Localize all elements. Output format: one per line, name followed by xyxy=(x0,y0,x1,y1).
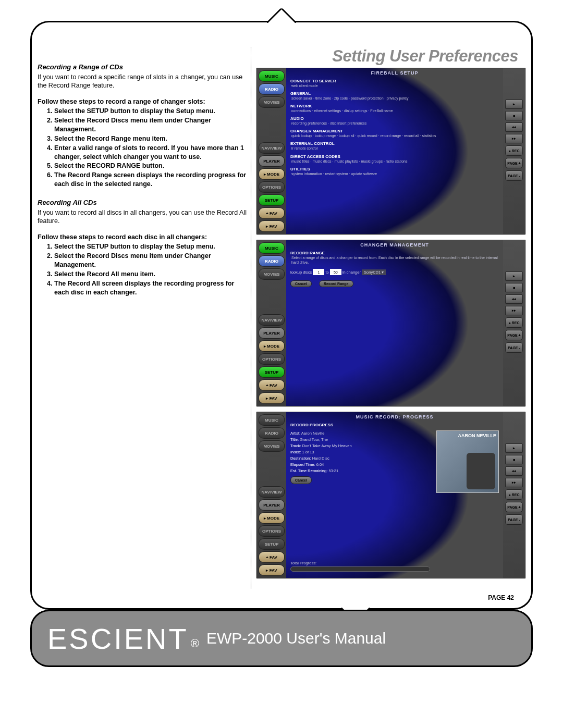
player-button[interactable]: PLAYER xyxy=(259,499,285,511)
forward-icon[interactable]: ▸▸ xyxy=(505,306,523,315)
setup-section[interactable]: GENERAL xyxy=(290,91,499,96)
setup-section-items: music titles · music discs · music playl… xyxy=(290,159,499,164)
page-up-button[interactable]: PAGE + xyxy=(505,502,523,512)
navview-button[interactable]: NAV/VIEW xyxy=(259,314,285,326)
record-range-heading: RECORD RANGE xyxy=(290,251,499,255)
progress-info: Artist: Aaron Neville Title: Grand Tour,… xyxy=(290,430,431,493)
step-item: 1.Select the SETUP button to display the… xyxy=(47,242,247,251)
play-icon[interactable]: ▸ xyxy=(505,272,523,281)
stop-icon[interactable]: ■ xyxy=(505,111,523,120)
record-range-button[interactable]: Record Range xyxy=(319,280,353,287)
fav-button[interactable]: ▸ FAV xyxy=(259,392,285,404)
page-up-button[interactable]: PAGE + xyxy=(505,158,523,168)
player-button[interactable]: PLAYER xyxy=(259,327,285,339)
setup-section-items: quick lookup · lookup range · lookup all… xyxy=(290,133,499,138)
page-up-button[interactable]: PAGE + xyxy=(505,330,523,340)
changer-select[interactable]: SonyCD1 ▾ xyxy=(362,269,386,275)
rec-button[interactable]: ● REC xyxy=(505,317,523,328)
rec-button[interactable]: ● REC xyxy=(505,489,523,500)
mode-button[interactable]: ▸ MODE xyxy=(259,512,285,524)
cancel-button[interactable]: Cancel xyxy=(290,476,312,484)
ss-right-controls: ▸ ■ ◂◂ ▸▸ ● REC PAGE + PAGE - xyxy=(503,68,525,234)
player-button[interactable]: PLAYER xyxy=(259,155,285,167)
setup-section-items: ir remote control xyxy=(290,146,499,151)
step-item: 1.Select the SETUP button to display the… xyxy=(47,107,247,116)
page-frame: Setting User Preferences Recording a Ran… xyxy=(30,21,533,610)
step-item: 2.Select the Record Discs menu item unde… xyxy=(47,252,247,269)
page-down-button[interactable]: PAGE - xyxy=(505,514,523,525)
progress-bar xyxy=(290,566,430,572)
section2-intro: If you want to record all discs in all c… xyxy=(38,208,247,226)
forward-icon[interactable]: ▸▸ xyxy=(505,134,523,143)
from-input[interactable] xyxy=(313,269,324,275)
radio-button[interactable]: RADIO xyxy=(259,83,285,95)
options-button[interactable]: OPTIONS xyxy=(259,353,285,365)
screenshot-record-range: MUSIC RADIO MOVIES NAV/VIEW PLAYER ▸ MOD… xyxy=(256,240,525,406)
album-cover: AARON NEVILLE xyxy=(436,430,499,493)
setup-section-items: web client mode xyxy=(290,83,499,88)
movies-button[interactable]: MOVIES xyxy=(259,268,285,280)
options-button[interactable]: OPTIONS xyxy=(259,525,285,537)
to-label: to xyxy=(325,270,328,275)
movies-button[interactable]: MOVIES xyxy=(259,96,285,108)
music-button[interactable]: MUSIC xyxy=(259,70,285,82)
section1-steps-intro: Follow these steps to record a range of … xyxy=(38,97,247,106)
navview-button[interactable]: NAV/VIEW xyxy=(259,486,285,498)
section2-steps: 1.Select the SETUP button to display the… xyxy=(38,242,247,297)
movies-button[interactable]: MOVIES xyxy=(259,440,285,452)
right-column: MUSIC RADIO MOVIES NAV/VIEW PLAYER ▸ MOD… xyxy=(251,47,525,589)
registered-icon: ® xyxy=(191,637,199,650)
screen-title: FIREBALL SETUP xyxy=(290,70,499,76)
setup-section[interactable]: AUDIO xyxy=(290,116,499,121)
step-item: 3.Select the Record All menu item. xyxy=(47,270,247,279)
page-number: PAGE 42 xyxy=(488,594,514,601)
step-item: 2.Select the Record Discs menu item unde… xyxy=(47,116,247,134)
forward-icon[interactable]: ▸▸ xyxy=(505,478,523,487)
play-icon[interactable]: ▸ xyxy=(505,100,523,109)
options-button[interactable]: OPTIONS xyxy=(259,181,285,193)
step-item: 3.Select the Record Range menu item. xyxy=(47,134,247,143)
setup-section[interactable]: CHANGER MANAGEMENT xyxy=(290,129,499,133)
setup-section[interactable]: EXTERNAL CONTROL xyxy=(290,141,499,146)
rewind-icon[interactable]: ◂◂ xyxy=(505,294,523,304)
play-icon[interactable]: ▸ xyxy=(505,443,523,453)
rec-button[interactable]: ● REC xyxy=(505,145,523,156)
mode-button[interactable]: ▸ MODE xyxy=(259,168,285,180)
setup-section[interactable]: CONNECT TO SERVER xyxy=(290,79,499,83)
ss-main: MUSIC RECORD: PROGRESS RECORD PROGRESS A… xyxy=(286,412,503,578)
ss-sidebar: MUSIC RADIO MOVIES NAV/VIEW PLAYER ▸ MOD… xyxy=(257,68,286,234)
screenshot-record-progress: MUSIC RADIO MOVIES NAV/VIEW PLAYER ▸ MOD… xyxy=(256,412,525,578)
fav-button[interactable]: ▸ FAV xyxy=(259,220,285,232)
rewind-icon[interactable]: ◂◂ xyxy=(505,122,523,132)
page-down-button[interactable]: PAGE - xyxy=(505,170,523,181)
music-button[interactable]: MUSIC xyxy=(259,242,285,254)
radio-button[interactable]: RADIO xyxy=(259,255,285,267)
cancel-button[interactable]: Cancel xyxy=(290,280,312,287)
rewind-icon[interactable]: ◂◂ xyxy=(505,466,523,476)
add-fav-button[interactable]: + FAV xyxy=(259,379,285,391)
setup-button[interactable]: SETUP xyxy=(259,366,285,378)
add-fav-button[interactable]: + FAV xyxy=(259,551,285,563)
form-label: lookup discs xyxy=(290,270,312,275)
page-down-button[interactable]: PAGE - xyxy=(505,342,523,353)
ss-sidebar: MUSIC RADIO MOVIES NAV/VIEW PLAYER ▸ MOD… xyxy=(257,240,286,406)
navview-button[interactable]: NAV/VIEW xyxy=(259,142,285,154)
footer-bar: ESCIENT ® EWP-2000 User's Manual xyxy=(30,610,533,667)
setup-button[interactable]: SETUP xyxy=(259,194,285,206)
radio-button[interactable]: RADIO xyxy=(259,427,285,439)
mode-button[interactable]: ▸ MODE xyxy=(259,340,285,352)
setup-section[interactable]: DIRECT ACCESS CODES xyxy=(290,154,499,159)
screen-title: MUSIC RECORD: PROGRESS xyxy=(290,414,499,419)
setup-section[interactable]: NETWORK xyxy=(290,104,499,108)
to-input[interactable] xyxy=(330,269,341,275)
stop-icon[interactable]: ■ xyxy=(505,283,523,292)
music-button[interactable]: MUSIC xyxy=(259,414,285,426)
ss-right-controls: ▸ ■ ◂◂ ▸▸ ● REC PAGE + PAGE - xyxy=(503,240,525,406)
fav-button[interactable]: ▸ FAV xyxy=(259,564,285,576)
screen-title: CHANGER MANAGEMENT xyxy=(290,242,499,248)
stop-icon[interactable]: ■ xyxy=(505,455,523,464)
add-fav-button[interactable]: + FAV xyxy=(259,207,285,219)
setup-section[interactable]: UTILITIES xyxy=(290,167,499,171)
setup-button[interactable]: SETUP xyxy=(259,538,285,550)
range-form: lookup discs to in changer SonyCD1 ▾ Can… xyxy=(290,269,499,287)
